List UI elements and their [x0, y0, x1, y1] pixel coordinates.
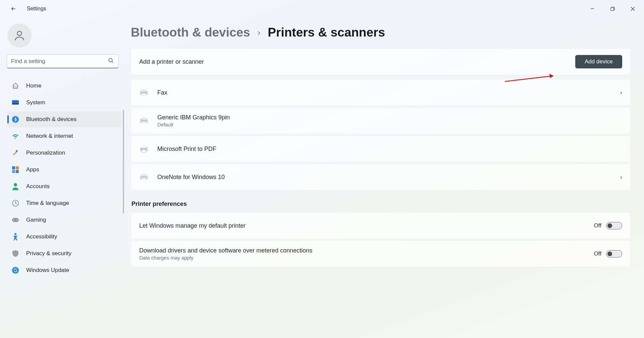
- back-button[interactable]: [9, 5, 17, 13]
- svg-rect-28: [142, 122, 146, 124]
- sidebar-item-label: Network & internet: [26, 133, 73, 139]
- update-icon: [11, 266, 19, 274]
- user-avatar[interactable]: [7, 23, 32, 48]
- svg-point-6: [109, 58, 112, 62]
- system-icon: [11, 99, 19, 107]
- shield-icon: [11, 249, 19, 258]
- chevron-right-icon: ›: [620, 174, 622, 181]
- svg-point-19: [13, 220, 14, 221]
- toggle-state: Off: [594, 222, 601, 229]
- chevron-right-icon: ›: [258, 27, 261, 38]
- toggle-default-printer[interactable]: [606, 222, 622, 229]
- close-button[interactable]: [623, 2, 643, 15]
- sidebar-scrollbar[interactable]: [123, 110, 124, 214]
- sidebar-item-bluetooth-devices[interactable]: Bluetooth & devices: [7, 111, 121, 127]
- svg-point-22: [12, 267, 19, 274]
- svg-rect-18: [12, 218, 19, 222]
- chevron-right-icon: ›: [620, 89, 622, 96]
- printer-icon: [139, 172, 149, 182]
- printer-status: Default: [157, 122, 622, 127]
- pref-label: Let Windows manage my default printer: [139, 222, 246, 229]
- sidebar-item-label: Personalization: [26, 150, 65, 156]
- pref-sublabel: Data charges may apply: [139, 255, 312, 261]
- sidebar-item-time-language[interactable]: Time & language: [7, 195, 121, 211]
- bluetooth-icon: [11, 115, 19, 123]
- printer-name: Fax: [157, 89, 611, 96]
- sidebar-item-apps[interactable]: Apps: [7, 162, 121, 178]
- sidebar-item-label: Windows Update: [26, 267, 69, 274]
- sidebar-item-windows-update[interactable]: Windows Update: [7, 262, 121, 278]
- sidebar-item-label: Privacy & security: [26, 250, 71, 257]
- wifi-icon: [11, 132, 19, 140]
- add-printer-label: Add a printer or scanner: [139, 58, 204, 65]
- gamepad-icon: [11, 216, 19, 224]
- minimize-button[interactable]: [582, 2, 602, 15]
- printer-name: Microsoft Print to PDF: [157, 146, 622, 153]
- svg-rect-24: [142, 89, 146, 92]
- svg-point-16: [14, 183, 17, 186]
- sidebar: Home System Bluetooth & devices Network …: [0, 17, 124, 338]
- sidebar-item-network[interactable]: Network & internet: [7, 128, 121, 144]
- sidebar-item-label: Accounts: [26, 183, 50, 190]
- printer-icon: [139, 116, 149, 125]
- svg-point-21: [14, 233, 16, 235]
- toggle-state: Off: [594, 250, 601, 257]
- section-title-preferences: Printer preferences: [131, 201, 631, 208]
- printer-icon: [139, 88, 149, 97]
- svg-point-20: [17, 220, 18, 221]
- svg-rect-13: [16, 166, 19, 169]
- breadcrumb-current: Printers & scanners: [268, 25, 385, 40]
- svg-rect-15: [16, 170, 19, 173]
- svg-point-5: [17, 31, 22, 36]
- app-title: Settings: [27, 6, 46, 12]
- breadcrumb-parent[interactable]: Bluetooth & devices: [131, 25, 250, 40]
- sidebar-item-accounts[interactable]: Accounts: [7, 178, 121, 194]
- sidebar-item-label: System: [26, 99, 45, 106]
- sidebar-item-system[interactable]: System: [7, 95, 121, 111]
- svg-rect-31: [142, 150, 146, 153]
- maximize-button[interactable]: [602, 2, 623, 15]
- svg-rect-34: [142, 178, 146, 180]
- breadcrumb: Bluetooth & devices › Printers & scanner…: [131, 25, 631, 40]
- svg-rect-9: [12, 104, 19, 105]
- svg-rect-33: [142, 174, 146, 176]
- sidebar-item-privacy[interactable]: Privacy & security: [7, 245, 121, 262]
- sidebar-item-label: Gaming: [26, 217, 46, 223]
- brush-icon: [11, 149, 19, 157]
- toggle-metered-downloads[interactable]: [606, 250, 622, 258]
- svg-rect-14: [12, 170, 15, 173]
- sidebar-item-gaming[interactable]: Gaming: [7, 212, 121, 228]
- svg-point-10: [12, 116, 19, 123]
- sidebar-item-label: Home: [26, 82, 41, 89]
- svg-rect-12: [12, 166, 15, 169]
- printer-name: Generic IBM Graphics 9pin: [157, 114, 622, 121]
- sidebar-item-label: Apps: [26, 166, 39, 173]
- printer-row-onenote[interactable]: OneNote for Windows 10 ›: [131, 164, 631, 190]
- sidebar-item-accessibility[interactable]: Accessibility: [7, 229, 121, 245]
- sidebar-item-label: Time & language: [26, 200, 69, 207]
- printer-icon: [139, 144, 149, 154]
- svg-rect-25: [142, 94, 146, 96]
- accessibility-icon: [11, 233, 19, 241]
- printer-name: OneNote for Windows 10: [157, 174, 611, 181]
- main-content: Bluetooth & devices › Printers & scanner…: [124, 17, 644, 338]
- add-device-button[interactable]: Add device: [575, 55, 622, 68]
- sidebar-item-label: Bluetooth & devices: [26, 116, 76, 123]
- printer-row-generic-ibm[interactable]: Generic IBM Graphics 9pin Default: [131, 107, 631, 134]
- search-icon: [108, 58, 114, 65]
- svg-rect-27: [142, 117, 146, 120]
- svg-rect-2: [611, 8, 614, 11]
- sidebar-item-personalization[interactable]: Personalization: [7, 145, 121, 161]
- printer-row-fax[interactable]: Fax ›: [131, 79, 631, 106]
- add-printer-card: Add a printer or scanner Add device: [131, 48, 631, 75]
- svg-rect-30: [142, 145, 146, 148]
- home-icon: [11, 82, 19, 90]
- clock-globe-icon: [11, 199, 19, 207]
- pref-default-printer: Let Windows manage my default printer Of…: [131, 212, 631, 239]
- pref-metered-downloads: Download drivers and device software ove…: [131, 240, 631, 267]
- search-input[interactable]: [7, 54, 119, 68]
- svg-line-7: [112, 61, 113, 63]
- sidebar-item-home[interactable]: Home: [7, 78, 121, 94]
- printer-row-print-to-pdf[interactable]: Microsoft Print to PDF: [131, 135, 631, 162]
- sidebar-item-label: Accessibility: [26, 233, 57, 240]
